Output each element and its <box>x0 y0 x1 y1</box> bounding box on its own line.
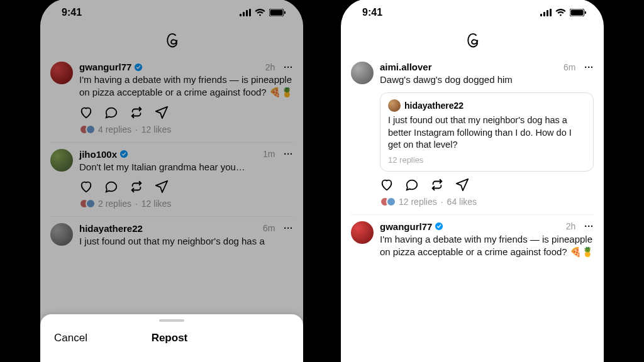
avatar[interactable] <box>351 221 374 244</box>
username[interactable]: gwangurl77 <box>79 62 131 72</box>
status-bar: 9:41 <box>341 0 604 26</box>
sheet-grabber[interactable] <box>159 319 184 322</box>
status-time: 9:41 <box>362 7 382 18</box>
app-header <box>40 26 303 55</box>
post-stats[interactable]: 12 replies · 64 likes <box>380 197 594 207</box>
post[interactable]: gwangurl77 2h ··· I'm having a debate wi… <box>351 215 594 273</box>
svg-rect-2 <box>246 10 248 16</box>
share-icon[interactable] <box>455 178 469 192</box>
post-actions <box>79 106 293 119</box>
svg-rect-14 <box>571 10 584 16</box>
svg-rect-11 <box>547 10 548 16</box>
username[interactable]: gwangurl77 <box>380 221 432 232</box>
replies-count: 12 replies <box>388 155 586 165</box>
avatar[interactable] <box>50 223 73 246</box>
post[interactable]: hidayathere22 6m ··· I just found out th… <box>50 217 293 261</box>
timestamp: 6m <box>263 223 275 233</box>
reply-icon[interactable] <box>104 180 118 194</box>
post-text: Don't let my Italian grandma hear you… <box>79 161 293 173</box>
like-icon[interactable] <box>79 106 93 119</box>
status-bar: 9:41 <box>40 0 303 26</box>
more-icon[interactable]: ··· <box>284 149 293 159</box>
repost-sheet[interactable]: Cancel Repost <box>40 314 303 362</box>
reply-icon[interactable] <box>104 106 118 119</box>
post-stats[interactable]: 2 replies · 12 likes <box>79 199 293 209</box>
reply-avatars <box>380 197 392 207</box>
status-time: 9:41 <box>62 7 82 18</box>
verified-icon <box>435 222 443 231</box>
likes-count: 12 likes <box>142 124 171 134</box>
feed: aimi.allover 6m ··· Dawg's dawg's dog do… <box>341 55 604 272</box>
wifi-icon <box>555 9 566 16</box>
post[interactable]: jiho100x 1m ··· Don't let my Italian gra… <box>50 143 293 217</box>
post-text: I just found out that my neighbor's dog … <box>388 114 586 151</box>
like-icon[interactable] <box>380 178 394 192</box>
more-icon[interactable]: ··· <box>584 62 594 72</box>
battery-icon <box>570 9 586 16</box>
post-actions <box>380 178 594 192</box>
phone-left: 9:41 gwangurl77 2h ··· I'm having a deba… <box>40 0 303 362</box>
post-actions <box>79 180 293 194</box>
svg-rect-12 <box>550 9 552 16</box>
battery-icon <box>269 9 286 16</box>
reply-avatars <box>79 199 92 209</box>
repost-icon[interactable] <box>430 178 444 192</box>
username[interactable]: jiho100x <box>79 149 117 160</box>
avatar <box>388 99 401 112</box>
svg-rect-5 <box>270 10 283 16</box>
timestamp: 2h <box>265 62 275 72</box>
post-text: Dawg's dawg's dog dogged him <box>380 74 594 86</box>
svg-rect-3 <box>249 9 251 16</box>
replies-count: 12 replies <box>399 197 437 207</box>
timestamp: 2h <box>566 221 576 231</box>
post-stats[interactable]: 4 replies · 12 likes <box>79 124 293 134</box>
avatar[interactable] <box>50 149 73 172</box>
avatar[interactable] <box>351 62 374 84</box>
threads-logo-icon <box>162 31 181 50</box>
likes-count: 12 likes <box>142 199 171 209</box>
svg-rect-6 <box>284 11 286 14</box>
svg-rect-0 <box>240 14 242 16</box>
quoted-post[interactable]: hidayathere22 I just found out that my n… <box>380 92 594 172</box>
post-text: I just found out that my neighbor's dog … <box>79 235 293 248</box>
share-icon[interactable] <box>155 180 169 194</box>
svg-rect-10 <box>543 12 545 16</box>
threads-logo-icon <box>463 31 482 50</box>
more-icon[interactable]: ··· <box>284 223 293 233</box>
app-header <box>341 26 604 55</box>
sheet-title: Repost <box>50 332 289 344</box>
reply-icon[interactable] <box>405 178 419 192</box>
username[interactable]: aimi.allover <box>380 62 432 72</box>
post-text: I'm having a debate with my friends — is… <box>79 74 293 99</box>
status-indicators <box>240 9 286 16</box>
avatar[interactable] <box>50 62 73 84</box>
cellular-icon <box>540 9 552 16</box>
verified-icon <box>134 63 143 72</box>
repost-icon[interactable] <box>130 106 143 119</box>
post[interactable]: aimi.allover 6m ··· Dawg's dawg's dog do… <box>351 55 594 215</box>
svg-rect-1 <box>243 12 245 16</box>
status-indicators <box>540 9 586 16</box>
repost-icon[interactable] <box>130 180 143 194</box>
more-icon[interactable]: ··· <box>284 62 293 72</box>
svg-rect-15 <box>585 11 586 14</box>
svg-rect-9 <box>540 14 542 16</box>
reply-avatars <box>79 124 92 134</box>
post-text: I'm having a debate with my friends — is… <box>380 233 594 259</box>
username[interactable]: hidayathere22 <box>79 223 143 234</box>
cellular-icon <box>240 9 251 16</box>
like-icon[interactable] <box>79 180 93 194</box>
feed: gwangurl77 2h ··· I'm having a debate wi… <box>40 55 303 261</box>
replies-count: 2 replies <box>98 199 131 209</box>
more-icon[interactable]: ··· <box>584 221 594 231</box>
likes-count: 64 likes <box>447 197 477 207</box>
post[interactable]: gwangurl77 2h ··· I'm having a debate wi… <box>50 55 293 143</box>
username: hidayathere22 <box>404 101 464 111</box>
phone-right: 9:41 aimi.allover 6m ··· Dawg's dawg's d… <box>341 0 604 362</box>
timestamp: 1m <box>263 149 275 159</box>
verified-icon <box>119 150 128 158</box>
share-icon[interactable] <box>155 106 169 119</box>
timestamp: 6m <box>564 62 575 72</box>
wifi-icon <box>255 9 265 16</box>
replies-count: 4 replies <box>98 124 131 134</box>
